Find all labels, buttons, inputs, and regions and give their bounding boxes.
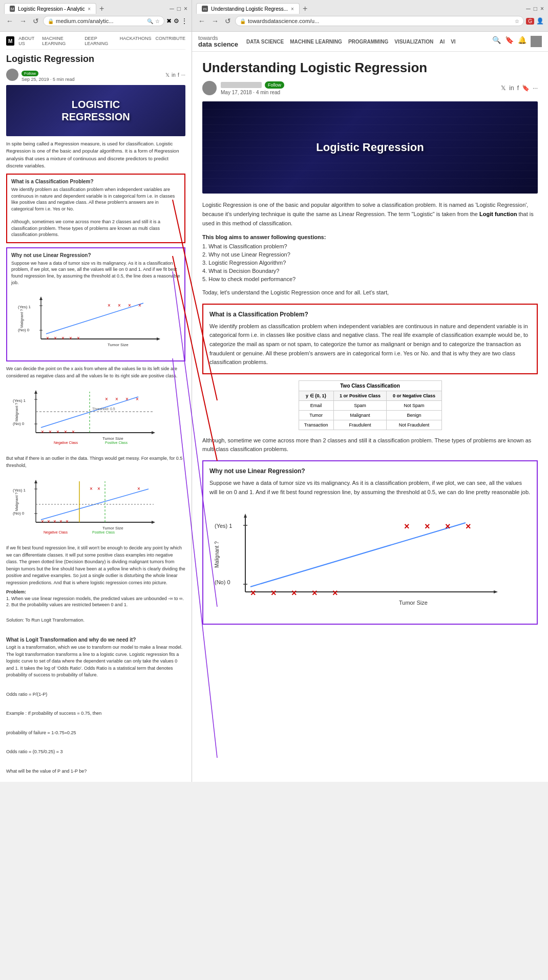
nav-contrib[interactable]: CONTRIBUTE: [156, 36, 186, 46]
svg-text:×: ×: [41, 429, 44, 435]
refresh-button[interactable]: ↺: [31, 16, 41, 26]
svg-text:×: ×: [64, 429, 67, 435]
left-browser: M Logistic Regression - Analytics V... ×…: [0, 0, 192, 782]
left-tab[interactable]: M Logistic Regression - Analytics V... ×: [4, 3, 96, 14]
svg-text:Malignant ?: Malignant ?: [15, 403, 19, 421]
odds-example: Example : If probability of success = 0.…: [6, 710, 185, 717]
right-close-btn[interactable]: ×: [540, 5, 544, 12]
tds-nav[interactable]: DATA SCIENCE MACHINE LEARNING PROGRAMMIN…: [246, 39, 456, 45]
after-chart1-text: We can decide the point on the x axis fr…: [6, 366, 185, 379]
svg-text:(Yes) 1: (Yes) 1: [215, 523, 232, 529]
classification-problem-box: What is a Classification Problem? We ide…: [6, 174, 185, 243]
svg-text:×: ×: [332, 588, 338, 598]
address-bar[interactable]: 🔒 medium.com/analytic... 🔍 ☆: [43, 16, 164, 26]
svg-text:×: ×: [115, 396, 118, 402]
chart3-svg: (Yes) 1 (No) 0 Malignant ? Tumor Size × …: [10, 476, 164, 538]
back-button[interactable]: ←: [4, 16, 15, 26]
problem-item-1: 1. When we use linear regression models,…: [6, 596, 185, 601]
after-chart2-text: But what if there is an outlier in the d…: [6, 455, 185, 469]
maximize-btn[interactable]: □: [177, 5, 181, 12]
right-bookmark-icon[interactable]: 🔖: [522, 84, 530, 92]
tds-nav-prog[interactable]: PROGRAMMING: [348, 39, 388, 45]
right-browser-chrome: m Understanding Logistic Regress... × + …: [192, 0, 548, 32]
svg-text:Tumor Size: Tumor Size: [102, 526, 123, 530]
svg-text:Tumor Size: Tumor Size: [399, 600, 428, 606]
right-tab[interactable]: m Understanding Logistic Regress... ×: [196, 3, 300, 14]
odds-calc: Odds ratio = (0.75/0.25) = 3: [6, 749, 185, 756]
svg-marker-7: [157, 337, 160, 340]
nav-hack[interactable]: HACKATHONS: [120, 36, 152, 46]
svg-text:×: ×: [466, 521, 471, 531]
svg-text:×: ×: [105, 396, 108, 402]
new-tab-button[interactable]: +: [96, 4, 107, 13]
svg-text:×: ×: [72, 429, 75, 435]
right-new-tab-button[interactable]: +: [300, 4, 310, 13]
more-icon[interactable]: ···: [181, 72, 185, 78]
right-page-title: Understanding Logistic Regression: [202, 60, 538, 76]
right-twitter-icon[interactable]: 𝕏: [501, 84, 506, 92]
problem-title: Problem:: [6, 589, 185, 594]
extension-icon: ✖: [166, 17, 172, 25]
right-minimize-btn[interactable]: ─: [526, 5, 531, 12]
twitter-icon[interactable]: 𝕏: [165, 72, 170, 78]
forward-button[interactable]: →: [17, 16, 29, 26]
table-col1: y ∈ {0, 1}: [299, 391, 333, 400]
tds-nav-ml[interactable]: MACHINE LEARNING: [290, 39, 342, 45]
problem-item-2: 2. But the probability values are restri…: [6, 602, 185, 607]
nav-about[interactable]: ABOUT US: [18, 36, 38, 46]
svg-marker-52: [152, 521, 155, 524]
tds-avatar[interactable]: [531, 36, 542, 47]
svg-text:×: ×: [250, 588, 256, 598]
table-cell-notspam: Not Spam: [387, 400, 441, 410]
svg-text:Threshold: 0.5: Threshold: 0.5: [92, 407, 115, 411]
right-social-icons: 𝕏 in f 🔖 ···: [501, 84, 538, 92]
tds-nav-viz[interactable]: VISUALIZATION: [394, 39, 433, 45]
tds-nav-ai[interactable]: AI: [439, 39, 445, 45]
svg-text:(No) 0: (No) 0: [13, 421, 25, 426]
bookmark-icon: ☆: [155, 18, 160, 24]
svg-text:×: ×: [404, 521, 410, 531]
right-follow-button[interactable]: Follow: [265, 81, 284, 89]
linkedin-icon[interactable]: in: [172, 72, 176, 78]
tds-nav-ds[interactable]: DATA SCIENCE: [246, 39, 284, 45]
tds-bell-icon[interactable]: 🔔: [518, 36, 526, 47]
right-chart-svg: (Yes) 1 (No) 0 Malignant ? Tumor Size × …: [209, 505, 517, 607]
svg-text:×: ×: [90, 486, 93, 492]
svg-text:Negative Class: Negative Class: [54, 441, 78, 445]
facebook-icon[interactable]: f: [178, 72, 179, 78]
nav-dl[interactable]: DEEP LEARNING: [85, 36, 116, 46]
follow-button[interactable]: Follow: [22, 71, 38, 76]
right-tab-close[interactable]: ×: [291, 6, 294, 12]
right-box2-body: Suppose we have a data of tumor size vs …: [209, 479, 531, 497]
svg-text:×: ×: [125, 396, 129, 402]
tds-search-icon[interactable]: 🔍: [492, 36, 501, 47]
right-address-bar[interactable]: 🔒 towardsdatascience.com/u... ☆: [235, 16, 524, 26]
svg-text:×: ×: [61, 335, 65, 341]
site-nav[interactable]: ABOUT US MACHINE LEARNING DEEP LEARNING …: [18, 36, 185, 46]
search-icon: 🔍: [147, 18, 153, 24]
right-refresh-button[interactable]: ↺: [223, 16, 233, 26]
minimize-btn[interactable]: ─: [170, 5, 174, 12]
right-linkedin-icon[interactable]: in: [509, 84, 514, 92]
right-tab-favicon: m: [202, 6, 208, 12]
right-more-icon[interactable]: ···: [533, 84, 538, 92]
tds-nav-vi[interactable]: VI: [451, 39, 455, 45]
table-cell-notfraudulent: Not Fraudulent: [387, 420, 441, 430]
right-chart: (Yes) 1 (No) 0 Malignant ? Tumor Size × …: [209, 501, 531, 613]
nav-ml[interactable]: MACHINE LEARNING: [42, 36, 80, 46]
table-col2: 1 or Positive Class: [333, 391, 387, 400]
left-tab-close[interactable]: ×: [88, 6, 91, 12]
box2-body: Suppose we have a data of tumor size vs …: [11, 260, 180, 286]
svg-text:×: ×: [138, 303, 141, 308]
svg-text:(No) 0: (No) 0: [13, 511, 25, 516]
svg-text:Malignant ?: Malignant ?: [15, 493, 19, 511]
svg-text:×: ×: [136, 396, 139, 402]
blog-aims-title: This blog aims to answer following quest…: [202, 234, 538, 240]
right-maximize-btn[interactable]: □: [534, 5, 537, 12]
right-forward-button[interactable]: →: [209, 16, 221, 26]
logit-bold: Logit function: [479, 211, 517, 217]
tds-bookmark-icon[interactable]: 🔖: [505, 36, 514, 47]
close-btn[interactable]: ×: [184, 5, 187, 12]
right-facebook-icon[interactable]: f: [517, 84, 519, 92]
right-back-button[interactable]: ←: [196, 16, 207, 26]
